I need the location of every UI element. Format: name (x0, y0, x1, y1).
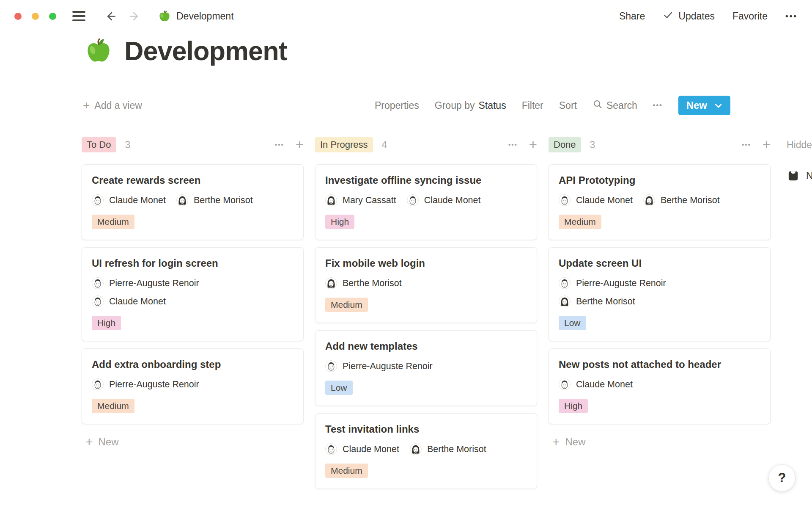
priority-badge: Medium (325, 464, 368, 478)
back-arrow-icon[interactable] (104, 10, 117, 23)
assignee-row: Claude Monet (559, 378, 760, 390)
add-view-button[interactable]: + Add a view (83, 99, 142, 111)
woman-avatar (325, 194, 337, 206)
new-card-label: New (565, 436, 586, 448)
board-card[interactable]: Add extra onboarding stepPierre-Auguste … (82, 348, 304, 424)
question-mark-icon: ? (778, 470, 786, 486)
help-button[interactable]: ? (768, 464, 796, 491)
man-avatar (92, 295, 104, 307)
column-add-icon[interactable]: + (529, 139, 537, 150)
group-by-button[interactable]: Group by Status (435, 100, 506, 111)
card-title: Fix mobile web login (325, 257, 527, 269)
assignee: Berthe Morisot (325, 277, 402, 289)
board-card[interactable]: Test invitation linksClaude MonetBerthe … (315, 413, 537, 489)
favorite-button[interactable]: Favorite (732, 11, 768, 22)
man-avatar (559, 277, 571, 289)
board-card[interactable]: UI refresh for login screenPierre-August… (82, 247, 304, 341)
view-toolbar: + Add a view Properties Group by Status … (83, 96, 730, 115)
breadcrumb-document[interactable]: Development (158, 10, 234, 22)
board-card[interactable]: Investigate offline syncing issueMary Ca… (315, 164, 537, 240)
man-avatar (325, 360, 337, 372)
add-view-label: Add a view (94, 100, 142, 111)
assignee-row: Claude MonetBerthe Morisot (325, 443, 527, 455)
board-card[interactable]: Fix mobile web loginBerthe MorisotMedium (315, 247, 537, 323)
priority-badge: Medium (92, 215, 134, 229)
card-title: New posts not attached to header (559, 359, 760, 370)
man-avatar (559, 194, 571, 206)
woman-avatar (325, 277, 337, 289)
new-button[interactable]: New (678, 96, 730, 115)
minimize-window-button[interactable] (32, 13, 39, 20)
hidden-group-row[interactable]: N (787, 169, 812, 182)
assignee-name: Claude Monet (576, 379, 633, 390)
assignee-name: Berthe Morisot (194, 195, 253, 206)
column-count: 3 (125, 139, 130, 151)
board-card[interactable]: Create rewards screenClaude MonetBerthe … (82, 164, 304, 240)
man-avatar (407, 194, 419, 206)
board: To Do3•••+Create rewards screenClaude Mo… (82, 136, 771, 496)
column-more-icon[interactable]: ••• (742, 141, 751, 148)
new-card-button[interactable]: +New (85, 436, 304, 448)
new-card-button[interactable]: +New (552, 436, 771, 448)
column-status-badge[interactable]: Done (549, 137, 581, 152)
forward-arrow-icon[interactable] (128, 10, 141, 23)
column-more-icon[interactable]: ••• (508, 141, 518, 148)
board-card[interactable]: Add new templatesPierre-Auguste RenoirLo… (315, 330, 537, 406)
assignee: Berthe Morisot (410, 443, 486, 455)
hidden-columns-label: Hidden (787, 136, 812, 151)
card-title: Add extra onboarding step (92, 359, 294, 370)
share-button[interactable]: Share (619, 11, 645, 22)
search-label: Search (606, 100, 637, 111)
assignee-name: Berthe Morisot (343, 278, 402, 289)
filter-button[interactable]: Filter (522, 100, 543, 111)
card-title: UI refresh for login screen (92, 257, 294, 269)
board-card[interactable]: Update screen UIPierre-Auguste RenoirBer… (549, 247, 771, 341)
assignee-name: Berthe Morisot (576, 296, 635, 307)
priority-badge: High (325, 215, 354, 229)
board-card[interactable]: API PrototypingClaude MonetBerthe Moriso… (549, 164, 771, 240)
zoom-window-button[interactable] (49, 13, 56, 20)
column-more-icon[interactable]: ••• (275, 141, 284, 148)
assignee-name: Pierre-Auguste Renoir (109, 278, 199, 289)
man-avatar (92, 378, 104, 390)
new-card-label: New (99, 436, 119, 448)
inbox-icon (787, 169, 800, 182)
search-button[interactable]: Search (593, 99, 637, 112)
sort-button[interactable]: Sort (559, 100, 577, 111)
assignee-name: Mary Cassatt (343, 195, 396, 206)
more-options-icon[interactable]: ••• (785, 11, 798, 21)
sidebar-menu-icon[interactable] (72, 11, 85, 21)
assignee-name: Claude Monet (424, 195, 481, 206)
assignee-row: Berthe Morisot (559, 295, 760, 307)
traffic-lights (14, 13, 56, 20)
woman-avatar (410, 443, 422, 455)
column-add-icon[interactable]: + (296, 139, 304, 150)
column-add-icon[interactable]: + (763, 139, 771, 150)
assignee: Claude Monet (92, 194, 166, 206)
assignee-row: Mary CassattClaude Monet (325, 194, 527, 206)
man-avatar (92, 277, 104, 289)
page-title[interactable]: Development (124, 36, 287, 66)
column-status-badge[interactable]: To Do (82, 137, 116, 152)
board-column: In Progress4•••+Investigate offline sync… (315, 136, 537, 496)
assignee-name: Berthe Morisot (661, 195, 720, 206)
updates-label: Updates (678, 11, 715, 22)
card-title: Create rewards screen (92, 174, 294, 186)
card-title: Add new templates (325, 340, 527, 352)
page-header: Development (85, 36, 287, 66)
updates-button[interactable]: Updates (663, 10, 715, 23)
view-more-icon[interactable]: ••• (653, 102, 663, 109)
board-column: Done3•••+API PrototypingClaude MonetBert… (549, 136, 771, 496)
assignee-name: Pierre-Auguste Renoir (576, 278, 666, 289)
card-title: Investigate offline syncing issue (325, 174, 527, 186)
search-icon (593, 99, 603, 112)
column-header: To Do3•••+ (82, 136, 304, 153)
green-apple-icon[interactable] (85, 37, 112, 65)
properties-button[interactable]: Properties (375, 100, 419, 111)
priority-badge: Low (325, 381, 353, 395)
assignee: Claude Monet (92, 295, 166, 307)
column-status-badge[interactable]: In Progress (315, 137, 373, 152)
close-window-button[interactable] (14, 13, 22, 20)
column-header: In Progress4•••+ (315, 136, 537, 153)
board-card[interactable]: New posts not attached to headerClaude M… (549, 348, 771, 424)
